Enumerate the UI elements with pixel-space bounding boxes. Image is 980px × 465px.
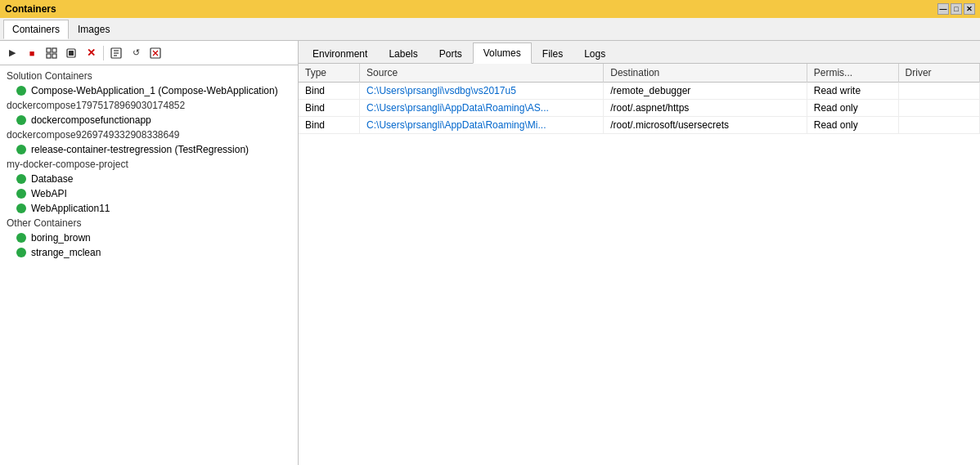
top-tab-bar: Containers Images: [0, 18, 980, 41]
section-dockercompose2: dockercompose9269749332908338649: [0, 127, 298, 142]
svg-rect-5: [69, 51, 74, 56]
attach-button[interactable]: [62, 44, 80, 62]
title-bar: Containers — □ ✕: [0, 0, 980, 18]
table-header-row: Type Source Destination Permis... Driver: [299, 64, 980, 83]
status-dot-strange-mclean: [16, 248, 26, 257]
content-area: ▶ ■ ✕: [0, 41, 980, 465]
cell-destination-2: /root/.microsoft/usersecrets: [604, 117, 807, 134]
status-dot-boring-brown: [16, 233, 26, 243]
volumes-table: Type Source Destination Permis... Driver…: [299, 64, 980, 134]
cell-source-0[interactable]: C:\Users\prsangli\vsdbg\vs2017u5: [360, 83, 604, 100]
refresh-button[interactable]: ↺: [127, 44, 145, 62]
tab-ports[interactable]: Ports: [429, 42, 473, 64]
run-button[interactable]: ▶: [3, 44, 21, 62]
build-button[interactable]: [43, 44, 61, 62]
pull-button[interactable]: [107, 44, 125, 62]
status-dot-compose-webapplication: [16, 86, 26, 96]
cell-type-1: Bind: [299, 100, 360, 117]
table-row: BindC:\Users\prsangli\AppData\Roaming\Mi…: [299, 117, 980, 134]
svg-rect-0: [47, 48, 51, 52]
tree-item-strange-mclean[interactable]: strange_mclean: [0, 245, 298, 260]
cell-source-2[interactable]: C:\Users\prsangli\AppData\Roaming\Mi...: [360, 117, 604, 134]
section-dockercompose1: dockercompose17975178969030174852: [0, 98, 298, 113]
status-dot-dockercomposefunctionapp: [16, 115, 26, 125]
tree-item-boring-brown[interactable]: boring_brown: [0, 230, 298, 245]
section-other-containers: Other Containers: [0, 216, 298, 230]
col-header-destination: Destination: [604, 64, 807, 83]
toolbar-sep-1: [103, 46, 104, 60]
cell-driver-0: [898, 83, 979, 100]
cell-permissions-2: Read only: [807, 117, 898, 134]
tree-item-webapi[interactable]: WebAPI: [0, 186, 298, 201]
tab-files[interactable]: Files: [532, 42, 573, 64]
title-bar-label: Containers: [5, 3, 56, 15]
status-dot-webapi: [16, 189, 26, 199]
tree-item-release-container[interactable]: release-container-testregression (TestRe…: [0, 142, 298, 157]
status-dot-webapplication11: [16, 203, 26, 213]
cell-destination-1: /root/.aspnet/https: [604, 100, 807, 117]
delete-button[interactable]: ✕: [82, 44, 100, 62]
cell-destination-0: /remote_debugger: [604, 83, 807, 100]
tree-item-compose-webapplication[interactable]: Compose-WebApplication_1 (Compose-WebApp…: [0, 83, 298, 98]
left-toolbar: ▶ ■ ✕: [0, 41, 298, 65]
col-header-permissions: Permis...: [807, 64, 898, 83]
close-button[interactable]: ✕: [964, 3, 975, 15]
tab-logs[interactable]: Logs: [573, 42, 616, 64]
cell-permissions-0: Read write: [807, 83, 898, 100]
status-dot-database: [16, 174, 26, 184]
title-bar-controls: — □ ✕: [937, 3, 975, 15]
svg-rect-2: [47, 54, 51, 58]
tree-item-dockercomposefunctionapp[interactable]: dockercomposefunctionapp: [0, 113, 298, 127]
tab-labels[interactable]: Labels: [378, 42, 428, 64]
section-my-docker-compose: my-docker-compose-project: [0, 157, 298, 172]
left-panel: ▶ ■ ✕: [0, 41, 299, 465]
cell-permissions-1: Read only: [807, 100, 898, 117]
cell-type-2: Bind: [299, 117, 360, 134]
main-container: Containers Images ▶ ■: [0, 18, 980, 465]
table-row: BindC:\Users\prsangli\vsdbg\vs2017u5/rem…: [299, 83, 980, 100]
tab-containers[interactable]: Containers: [3, 20, 69, 39]
cell-source-1[interactable]: C:\Users\prsangli\AppData\Roaming\AS...: [360, 100, 604, 117]
tree-item-webapplication11[interactable]: WebApplication11: [0, 201, 298, 216]
prune-button[interactable]: [146, 44, 164, 62]
right-panel: Environment Labels Ports Volumes Files L…: [299, 41, 980, 465]
stop-button[interactable]: ■: [23, 44, 41, 62]
detail-tabs: Environment Labels Ports Volumes Files L…: [299, 41, 980, 64]
restore-button[interactable]: □: [951, 3, 962, 15]
col-header-source: Source: [360, 64, 604, 83]
status-dot-release-container: [16, 145, 26, 154]
volumes-table-container: Type Source Destination Permis... Driver…: [299, 64, 980, 465]
cell-driver-2: [898, 117, 979, 134]
col-header-driver: Driver: [898, 64, 979, 83]
tab-volumes[interactable]: Volumes: [473, 42, 532, 64]
cell-driver-1: [898, 100, 979, 117]
section-solution-containers: Solution Containers: [0, 69, 298, 83]
tree-item-database[interactable]: Database: [0, 172, 298, 186]
svg-rect-3: [52, 54, 56, 58]
tab-images[interactable]: Images: [69, 20, 119, 39]
table-row: BindC:\Users\prsangli\AppData\Roaming\AS…: [299, 100, 980, 117]
left-tree: Solution Containers Compose-WebApplicati…: [0, 65, 298, 465]
tab-environment[interactable]: Environment: [302, 42, 378, 64]
svg-rect-1: [52, 48, 56, 52]
col-header-type: Type: [299, 64, 360, 83]
minimize-button[interactable]: —: [937, 3, 949, 15]
cell-type-0: Bind: [299, 83, 360, 100]
